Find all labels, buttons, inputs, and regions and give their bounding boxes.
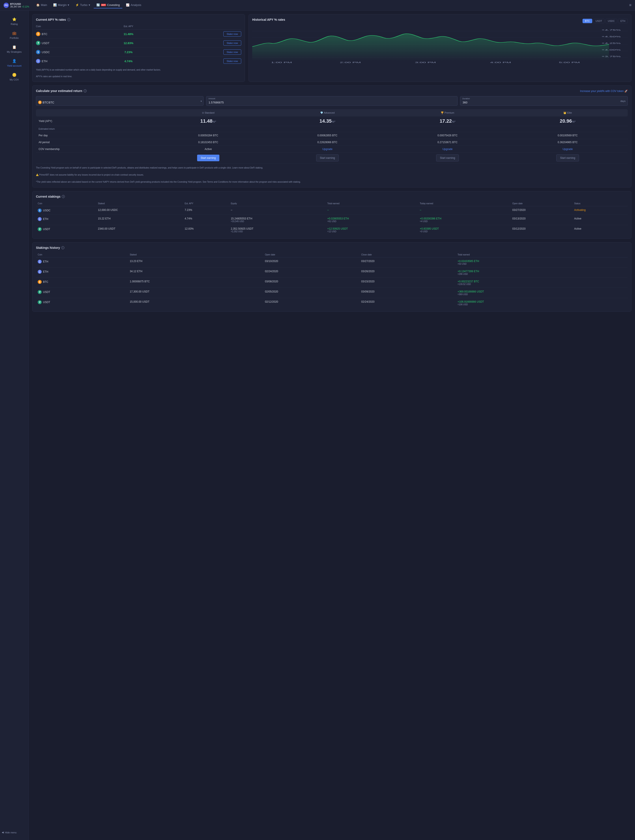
tier-elite-header: 👑 Elite (507, 109, 628, 117)
strategies-icon: 📋 (12, 44, 17, 49)
calc-inputs: Coin ₿ BTC BTC ETH USDT USDC ▾ (36, 96, 628, 106)
current-apy-info-icon[interactable]: i (67, 18, 70, 21)
chart-tab-usdc[interactable]: USDC (605, 19, 617, 23)
stakings-history-section: Stakings history i Coin Staked Open date… (32, 242, 632, 312)
tier-premium-header: 🏆 Premium (388, 109, 507, 117)
historical-apy-title: Historical APY % rates (252, 18, 285, 21)
upgrade-premium[interactable]: Upgrade (443, 148, 453, 151)
eth-icon: Ξ (38, 260, 42, 264)
nav-items: 🏠 Main 📊 Margin ▾ ⚡ Turbo ▾ 🔄 HOT Covest… (33, 2, 629, 8)
amount-input[interactable] (206, 96, 457, 106)
nav-turbo[interactable]: ⚡ Turbo ▾ (73, 2, 93, 8)
cov-icon: 🪙 (12, 73, 17, 77)
nav-menu-icon[interactable]: ≡ (629, 3, 632, 8)
sidebar-item-my-strategies[interactable]: 📋 My Strategies (0, 42, 28, 56)
coin-dropdown[interactable]: BTC ETH USDT USDC (36, 96, 203, 106)
rating-icon: ⭐ (12, 17, 17, 22)
history-info-icon[interactable]: i (61, 246, 65, 249)
sidebar: ⭐ Rating 💼 Portfolio 📋 My Strategies 👤 Y… (0, 11, 29, 840)
start-earning-premium[interactable]: Start earning (436, 155, 459, 161)
svg-text:1:00 PM: 1:00 PM (271, 61, 292, 63)
nav-analysis[interactable]: 📈 Analysis (123, 2, 144, 8)
current-stakings-title: Current stakings i (36, 195, 628, 198)
nav-covesting[interactable]: 🔄 HOT Covesting (94, 2, 123, 8)
usdt-icon: ₮ (38, 290, 42, 294)
nav-logo[interactable]: PX BTC/USD 39,347.84 +3.12% (3, 3, 29, 8)
stake-btn-usdt[interactable]: Stake now (223, 40, 241, 46)
stake-btn-eth[interactable]: Stake now (223, 58, 241, 64)
svg-text:+4.25%: +4.25% (602, 42, 621, 44)
history-row: ₮ USDT 17,300.00 USDT 02/05/2020 03/09/2… (36, 288, 628, 298)
yield-icon: 👤 (12, 58, 17, 63)
top-nav: PX BTC/USD 39,347.84 +3.12% 🏠 Main 📊 Mar… (0, 0, 635, 11)
btc-icon: ₿ (36, 32, 40, 36)
usdt-icon: ₮ (36, 41, 40, 45)
svg-text:4:00 PM: 4:00 PM (490, 61, 511, 63)
current-apy-card: Current APY % rates i Coin Est. APY ₿ (32, 14, 245, 82)
current-staking-row: ₮ USDT 2340.00 USDT 12.83% 2,352.50925 U… (36, 225, 628, 235)
history-row: Ξ ETH 13.23 ETH 03/10/2020 03/27/2020 +0… (36, 257, 628, 268)
svg-text:+4.75%: +4.75% (602, 29, 621, 31)
apy-chart: +4.75% +4.50% +4.25% +4.00% +3.75% 1:00 … (252, 27, 628, 66)
svg-text:2:00 PM: 2:00 PM (340, 61, 361, 63)
stake-btn-usdc[interactable]: Stake now (223, 49, 241, 55)
nav-ticker: BTC/USD 39,347.84 +3.12% (10, 3, 29, 8)
duration-group: Duration days (460, 96, 628, 106)
chart-tab-eth[interactable]: ETH (618, 19, 628, 23)
cov-promo: Increase your yield% with COV token 🚀 (580, 89, 628, 93)
nav-margin[interactable]: 📊 Margin ▾ (50, 2, 72, 8)
historical-apy-card: Historical APY % rates BTCUSDTUSDCETH (249, 14, 632, 82)
portfolio-icon: 💼 (12, 31, 17, 36)
chart-tab-btc[interactable]: BTC (583, 19, 592, 23)
chart-tab-usdt[interactable]: USDT (593, 19, 605, 23)
upgrade-elite[interactable]: Upgrade (563, 148, 573, 151)
amount-group: Amount (206, 96, 457, 106)
current-apy-title: Current APY % rates i (36, 18, 241, 21)
current-stakings-section: Current stakings i Coin Staked Est. APY … (32, 191, 632, 239)
calc-title: Calculate your estimated return i (36, 89, 87, 93)
tier-estimated-row: Estimated return (36, 126, 628, 132)
eth-icon: Ξ (38, 217, 42, 221)
usdt-icon: ₮ (38, 300, 42, 304)
tier-apy-row: Yield (APY) 11.48%* 14.35%* 17.22%* 20.9… (36, 117, 628, 126)
start-earning-elite[interactable]: Start earning (556, 155, 579, 161)
usdt-icon: ₮ (38, 227, 42, 231)
layout: ⭐ Rating 💼 Portfolio 📋 My Strategies 👤 Y… (0, 11, 635, 840)
sidebar-item-portfolio[interactable]: 💼 Portfolio (0, 28, 28, 42)
stakings-history-title: Stakings history i (36, 246, 628, 249)
duration-input[interactable] (460, 96, 628, 106)
start-earning-advanced[interactable]: Start earning (316, 155, 339, 161)
upgrade-advanced[interactable]: Upgrade (322, 148, 332, 151)
tier-per-day-row: Per day 0.00050284 BTC 0.00062855 BTC 0.… (36, 132, 628, 139)
sidebar-item-rating[interactable]: ⭐ Rating (0, 14, 28, 28)
history-row: ₿ BTC 1.00006875 BTC 03/08/2020 03/15/20… (36, 278, 628, 288)
stakings-history-table: Coin Staked Open date Close date Total e… (36, 252, 628, 308)
apy-table: Coin Est. APY ₿ BTC 11.48% Stake now ₮ (36, 24, 241, 66)
eth-icon: Ξ (36, 59, 40, 63)
apy-row: ₿ BTC 11.48% Stake now (36, 30, 241, 39)
stake-btn-btc[interactable]: Stake now (223, 31, 241, 36)
hide-menu-btn[interactable]: ◀ Hide menu (0, 828, 28, 837)
apy-row: Ξ ETH 4.74% Stake now (36, 57, 241, 66)
apy-note: Yield (APY%) is an estimated number whic… (36, 68, 241, 78)
nav-main[interactable]: 🏠 Main (33, 2, 50, 8)
coin-select-group: Coin ₿ BTC BTC ETH USDT USDC ▾ (36, 96, 203, 106)
current-stakings-table: Coin Staked Est. APY Equity Total earned… (36, 201, 628, 235)
start-earning-standard[interactable]: Start earning (197, 155, 219, 161)
current-staking-row: $ USDC 12,000.00 USDC 7.23% – – – 03/27/… (36, 206, 628, 215)
sidebar-item-my-cov[interactable]: 🪙 My COV (0, 70, 28, 84)
history-row: ₮ USDT 15,000.00 USDT 02/12/2020 02/24/2… (36, 298, 628, 308)
stakings-info-icon[interactable]: i (62, 195, 65, 198)
tier-table: ⊙ Standard 💎 Advanced 🏆 Premium 👑 Elite … (36, 109, 628, 163)
duration-unit: days (621, 100, 626, 103)
calc-info-icon[interactable]: i (84, 89, 87, 92)
apy-row: $ USDC 7.23% Stake now (36, 47, 241, 57)
btc-icon: ₿ (38, 280, 42, 284)
calc-header: Calculate your estimated return i Increa… (36, 89, 628, 93)
tier-advanced-header: 💎 Advanced (267, 109, 388, 117)
chart-area: +4.75% +4.50% +4.25% +4.00% +3.75% 1:00 … (252, 27, 628, 66)
sidebar-item-yield-account[interactable]: 👤 Yield account (0, 56, 28, 70)
hot-badge: HOT (101, 4, 106, 6)
svg-text:5:00 PM: 5:00 PM (559, 61, 580, 63)
coin-btc-icon: ₿ (38, 101, 42, 104)
